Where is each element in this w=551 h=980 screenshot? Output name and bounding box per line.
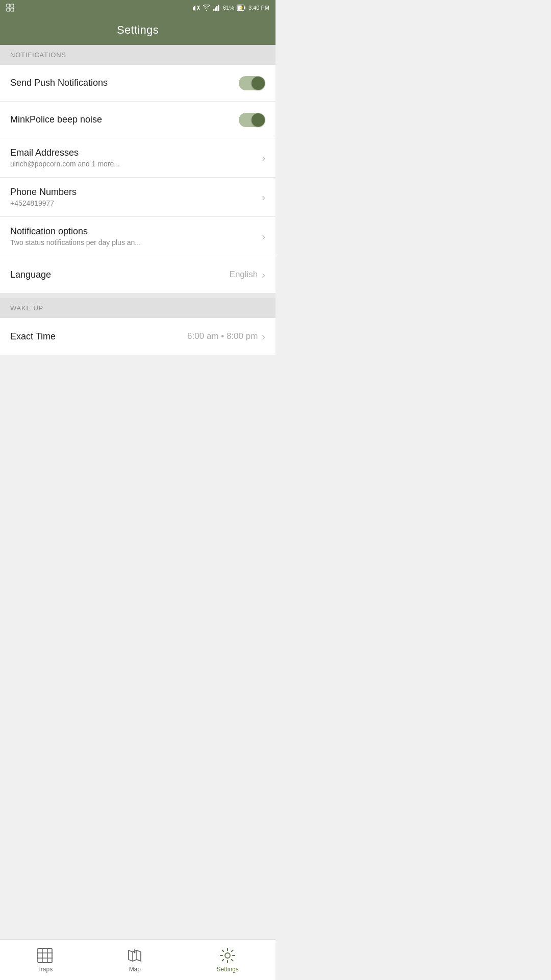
email-addresses-subtitle: ulrich@popcorn.com and 1 more... [10,160,262,168]
svg-rect-2 [7,8,10,11]
svg-rect-0 [7,4,10,7]
content-area: NOTIFICATIONS Send Push Notifications Mi… [0,45,276,396]
exact-time-title: Exact Time [10,331,187,342]
svg-rect-3 [11,8,14,11]
battery-percent: 61% [223,5,234,11]
push-notifications-toggle[interactable] [239,76,265,90]
svg-rect-6 [213,9,215,11]
email-addresses-chevron: › [262,152,265,164]
signal-icon [213,5,220,11]
svg-rect-7 [215,8,216,11]
exact-time-chevron: › [262,331,265,342]
notifications-list: Send Push Notifications MinkPolice beep … [0,65,276,293]
language-chevron: › [262,269,265,281]
exact-time-value: 6:00 am • 8:00 pm [187,331,258,341]
notifications-section-header: NOTIFICATIONS [0,45,276,65]
section-gap [0,293,276,298]
mute-icon [192,4,200,11]
phone-numbers-item[interactable]: Phone Numbers +4524819977 › [0,178,276,217]
status-time: 3:40 PM [248,5,269,11]
toggle-knob-2 [252,113,265,127]
push-notifications-item[interactable]: Send Push Notifications [0,65,276,102]
toggle-knob [252,77,265,90]
push-notifications-title: Send Push Notifications [10,78,239,88]
notification-options-title: Notification options [10,226,262,237]
language-item[interactable]: Language English › [0,256,276,293]
wifi-icon [203,5,211,11]
status-left-icons [6,4,14,12]
email-addresses-title: Email Addresses [10,148,262,158]
notification-options-chevron: › [262,231,265,242]
app-bar: Settings [0,15,276,45]
svg-rect-11 [244,7,246,9]
app-status-icon [6,4,14,12]
notification-options-item[interactable]: Notification options Two status notifica… [0,217,276,256]
svg-rect-9 [218,5,219,11]
language-value: English [230,270,258,280]
svg-text:⚡: ⚡ [239,5,244,10]
beep-noise-title: MinkPolice beep noise [10,114,239,125]
language-title: Language [10,270,230,280]
status-bar: 61% ⚡ 3:40 PM [0,0,276,15]
notification-options-subtitle: Two status notifications per day plus an… [10,238,262,247]
svg-rect-8 [216,6,218,11]
svg-rect-1 [11,4,14,7]
app-bar-title: Settings [117,23,159,37]
wakeup-section-header: WAKE UP [0,298,276,318]
phone-numbers-chevron: › [262,191,265,203]
wakeup-list: Exact Time 6:00 am • 8:00 pm › [0,318,276,355]
email-addresses-item[interactable]: Email Addresses ulrich@popcorn.com and 1… [0,138,276,178]
phone-numbers-subtitle: +4524819977 [10,199,262,207]
beep-noise-item[interactable]: MinkPolice beep noise [0,102,276,138]
battery-icon: ⚡ [237,5,246,11]
phone-numbers-title: Phone Numbers [10,187,262,198]
status-right-info: 61% ⚡ 3:40 PM [192,4,269,11]
beep-noise-toggle[interactable] [239,113,265,127]
exact-time-item[interactable]: Exact Time 6:00 am • 8:00 pm › [0,318,276,355]
